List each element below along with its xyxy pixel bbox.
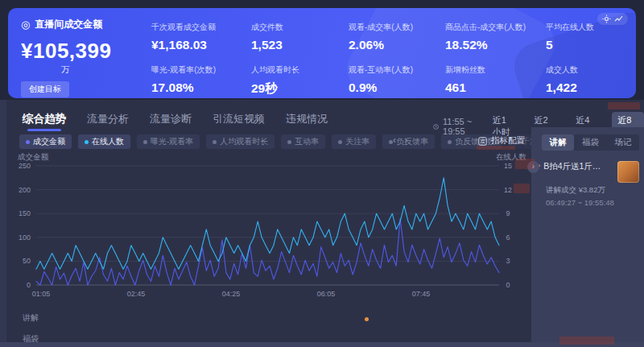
clock-icon	[433, 122, 439, 131]
chip-dot	[338, 140, 342, 144]
panel-tab-lucky-bag[interactable]: 福袋	[574, 134, 606, 151]
metric-cell: 曝光-观看率(次数)17.08%	[151, 64, 251, 97]
trend-chart-svg: 0501001502002500369121501:0502:4504:2506…	[0, 159, 527, 303]
svg-text:02:45: 02:45	[127, 290, 146, 298]
tab-violations[interactable]: 违规情况	[286, 112, 328, 131]
card-action-icons	[597, 13, 628, 25]
time-range-display: 11:55 ~ 19:55	[433, 117, 477, 136]
chip-dot	[26, 140, 30, 144]
metric-cell: 成交人数1,422	[546, 64, 626, 97]
metric-cell: 千次观看成交金额¥1,168.03	[151, 22, 251, 52]
trend-chart: 0501001502002500369121501:0502:4504:2506…	[0, 159, 527, 303]
chip-interaction-rate[interactable]: 互动率	[281, 134, 325, 149]
gmv-amount: ¥105,399	[21, 39, 147, 64]
annotation-mark	[477, 146, 515, 150]
svg-text:06:05: 06:05	[317, 290, 336, 298]
metric-cell: 新增粉丝数461	[445, 64, 546, 97]
gear-icon[interactable]	[602, 14, 611, 23]
svg-text:3: 3	[506, 257, 510, 265]
svg-text:01:05: 01:05	[32, 290, 51, 298]
chip-pagination: ‹ ›	[393, 134, 407, 146]
panel-tab-explain[interactable]: 讲解	[542, 134, 574, 151]
chip-dot	[213, 140, 217, 144]
tab-overall-trend[interactable]: 综合趋势	[23, 112, 66, 131]
metric-cell: 商品点击-成交率(人数)18.52%	[445, 22, 546, 52]
svg-text:200: 200	[19, 186, 31, 194]
bottom-scroll-strip[interactable]	[0, 342, 644, 347]
annotation-mark	[608, 102, 640, 109]
chip-dot	[85, 140, 89, 144]
metric-cell: 观看-互动率(人数)0.9%	[349, 64, 445, 97]
panel-tab-log[interactable]: 场记	[607, 134, 639, 151]
metric-config-button[interactable]: 指标配置	[478, 135, 525, 147]
explain-event-marker[interactable]	[365, 317, 369, 321]
metric-grid: 千次观看成交金额¥1,168.03 成交件数1,523 观看-成交率(人数)2.…	[151, 22, 626, 97]
explain-list-item[interactable]: • B拍4斤送1斤共35-4... 讲解成交 ¥3.82万 06:49:27 ~…	[538, 161, 639, 207]
annotation-mark	[514, 184, 530, 193]
chip-exposure-view-rate[interactable]: 曝光-观看率	[137, 134, 200, 149]
gmv-summary-block: ◎ 直播间成交金额 ¥105,399 万 创建目标	[21, 18, 147, 97]
config-icon	[478, 137, 487, 146]
annotation-mark	[559, 337, 614, 345]
svg-text:250: 250	[19, 162, 31, 170]
chip-dot	[143, 140, 147, 144]
chip-avg-watch-time[interactable]: 人均观看时长	[206, 134, 275, 149]
svg-text:100: 100	[19, 233, 31, 242]
target-icon: ◎	[21, 19, 30, 30]
svg-text:0: 0	[27, 281, 31, 289]
explain-time-range: 06:49:27 ~ 19:55:48	[546, 198, 639, 207]
explain-side-panel: 讲解 福袋 场记 • B拍4斤送1斤共35-4... 讲解成交 ¥3.82万 0…	[531, 127, 644, 342]
trend-icon[interactable]	[614, 14, 623, 23]
product-title: B拍4斤送1斤共35-4...	[543, 161, 606, 172]
svg-text:15: 15	[504, 162, 512, 170]
svg-text:04:25: 04:25	[222, 290, 241, 298]
chip-follow-rate[interactable]: 关注率	[332, 134, 376, 149]
chip-online-users[interactable]: 在线人数	[78, 134, 130, 149]
metric-cell: 成交件数1,523	[251, 22, 349, 52]
metric-cell: 观看-成交率(人数)2.06%	[349, 22, 445, 52]
svg-text:6: 6	[506, 233, 510, 242]
metric-cell: 人均观看时长29秒	[251, 64, 349, 97]
gmv-unit: 万	[21, 64, 109, 76]
svg-text:07:45: 07:45	[412, 290, 431, 298]
metric-cell: 平均在线人数5	[546, 22, 626, 52]
tab-short-video[interactable]: 引流短视频	[213, 112, 265, 131]
gmv-title: 直播间成交金额	[35, 18, 102, 31]
tab-traffic-analysis[interactable]: 流量分析	[87, 112, 129, 131]
kpi-header-card: ◎ 直播间成交金额 ¥105,399 万 创建目标 千次观看成交金额¥1,168…	[8, 8, 636, 98]
product-thumbnail[interactable]	[617, 161, 639, 183]
section-tabs: 综合趋势 流量分析 流量诊断 引流短视频 违规情况	[23, 112, 328, 131]
chip-negative-feedback-rate[interactable]: 负反馈率	[382, 134, 435, 149]
svg-text:0: 0	[506, 281, 510, 289]
chip-dot	[448, 140, 452, 144]
svg-text:12: 12	[504, 186, 512, 194]
svg-text:9: 9	[506, 209, 510, 217]
create-goal-button[interactable]: 创建目标	[21, 81, 69, 97]
annotation-mark	[515, 159, 535, 169]
chip-gmv[interactable]: 成交金额	[19, 134, 72, 149]
tab-traffic-diagnosis[interactable]: 流量诊断	[150, 112, 192, 131]
svg-text:150: 150	[19, 209, 31, 217]
panel-tabs: 讲解 福袋 场记	[542, 134, 639, 151]
svg-text:50: 50	[23, 257, 31, 265]
chip-dot	[287, 140, 291, 144]
chevron-left-icon[interactable]: ‹	[393, 134, 396, 146]
explain-deal-amount: 讲解成交 ¥3.82万	[546, 185, 639, 196]
track-label-explain: 讲解	[23, 312, 39, 324]
chevron-right-icon[interactable]: ›	[404, 134, 407, 146]
live-analytics-dashboard: ◎ 直播间成交金额 ¥105,399 万 创建目标 千次观看成交金额¥1,168…	[0, 0, 644, 347]
